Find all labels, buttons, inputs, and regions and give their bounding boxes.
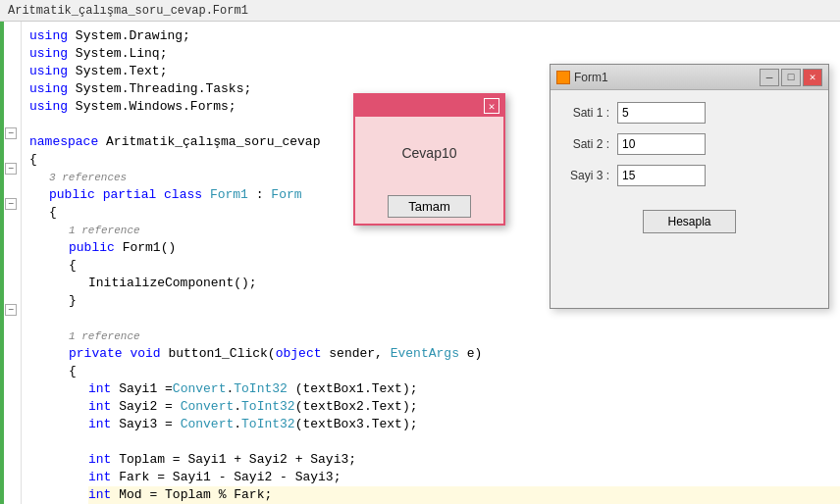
code-line-using2: using System.Linq; <box>29 45 840 63</box>
form-input-sayi3[interactable] <box>617 165 706 186</box>
form1-maximize-button[interactable]: □ <box>781 69 801 86</box>
message-dialog: ✕ Cevap10 Tamam <box>353 93 505 226</box>
collapse-icon-class[interactable]: − <box>5 163 17 175</box>
form-row-sati1: Sati 1 : <box>560 102 818 124</box>
collapse-icon-constructor[interactable]: − <box>5 198 17 210</box>
form1-body: Sati 1 : Sati 2 : Sayi 3 : Hesapla <box>551 90 828 245</box>
form1-title-left: Form1 <box>556 71 608 84</box>
form1-window: Form1 — □ ✕ Sati 1 : Sati 2 : Sayi 3 : H… <box>550 64 829 309</box>
code-line-fark: int Fark = Sayi1 - Sayi2 - Sayi3; <box>88 469 840 486</box>
editor-gutter: − − − − <box>0 22 22 504</box>
collapse-icon-method[interactable]: − <box>5 304 17 316</box>
dialog-titlebar: ✕ <box>355 95 503 117</box>
form-input-sati2[interactable] <box>617 133 706 155</box>
code-line-blank2 <box>29 310 840 328</box>
green-bar <box>0 22 4 504</box>
form1-titlebar: Form1 — □ ✕ <box>551 65 828 90</box>
window-title: Aritmatik_çalışma_soru_cevap.Form1 <box>8 4 248 18</box>
form-label-sati2: Sati 2 : <box>560 137 609 151</box>
form1-close-button[interactable]: ✕ <box>803 69 822 86</box>
form1-minimize-button[interactable]: — <box>760 69 779 86</box>
code-line-sayi3: int Sayi3 = Convert.ToInt32(textBox3.Tex… <box>88 416 840 433</box>
code-line-toplam: int Toplam = Sayi1 + Sayi2 + Sayi3; <box>88 451 840 469</box>
dialog-message: Cevap10 <box>355 117 503 189</box>
collapse-icon-namespace[interactable]: − <box>5 127 17 139</box>
form-input-sati1[interactable] <box>617 102 706 124</box>
dialog-footer: Tamam <box>355 189 503 224</box>
code-line-sayi1: int Sayi1 =Convert.ToInt32 (textBox1.Tex… <box>88 380 840 398</box>
code-line-method: private void button1_Click(object sender… <box>69 345 840 363</box>
code-line-using1: using System.Drawing; <box>29 27 840 45</box>
code-line-brace5: { <box>69 363 840 380</box>
form1-title-text: Form1 <box>574 71 608 84</box>
window-titlebar: Aritmatik_çalışma_soru_cevap.Form1 <box>0 0 840 22</box>
hesapla-button[interactable]: Hesapla <box>643 210 735 233</box>
dialog-text: Cevap10 <box>401 145 456 161</box>
dialog-close-button[interactable]: ✕ <box>484 98 499 114</box>
form-row-sati2: Sati 2 : <box>560 133 818 155</box>
code-line-ref3: 1 reference <box>69 328 840 345</box>
code-line-blank3 <box>29 433 840 451</box>
dialog-ok-button[interactable]: Tamam <box>388 195 471 218</box>
form1-title-buttons: — □ ✕ <box>760 69 822 86</box>
form-label-sati1: Sati 1 : <box>560 106 609 120</box>
form-row-sayi3: Sayi 3 : <box>560 165 818 186</box>
form-label-sayi3: Sayi 3 : <box>560 169 609 182</box>
code-line-mod: int Mod = Toplam % Fark; <box>88 486 840 504</box>
code-line-sayi2: int Sayi2 = Convert.ToInt32(textBox2.Tex… <box>88 398 840 416</box>
form1-app-icon <box>556 71 570 84</box>
